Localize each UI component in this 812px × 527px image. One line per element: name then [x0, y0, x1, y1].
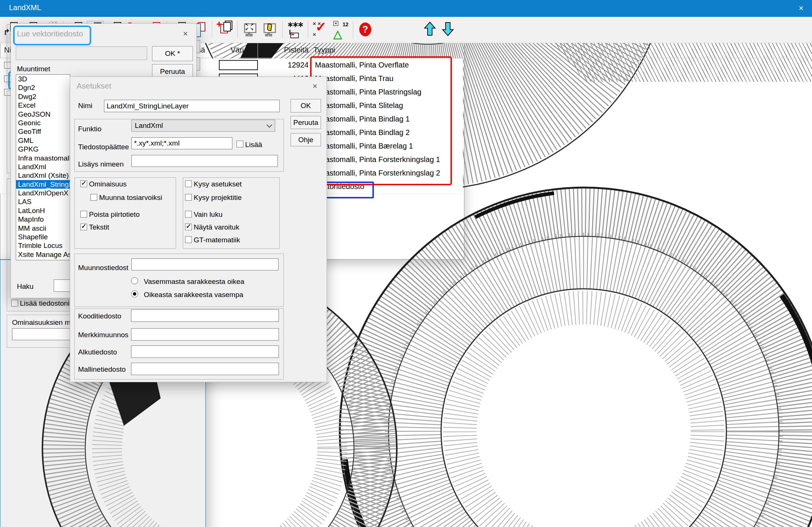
koodi-label: Kooditiedosto [78, 312, 121, 320]
malline-input[interactable] [131, 363, 279, 375]
alku-label: Alkutiedosto [78, 348, 117, 356]
funktio-value: LandXml [135, 122, 163, 130]
right-to-left-radio[interactable] [131, 290, 138, 297]
help-button[interactable]: Ohje [291, 133, 321, 146]
move-down-icon[interactable] [441, 21, 458, 38]
cell-type: Maastomalli, Pinta Plastringslag [315, 88, 421, 96]
converter-item[interactable]: Excel [16, 101, 70, 110]
column-header-vari[interactable]: Väri [230, 46, 244, 54]
help-icon[interactable]: ? [357, 21, 374, 38]
toolbar-separator [353, 21, 353, 38]
converter-item[interactable]: LandXmlOpenX [16, 189, 70, 197]
kysy-asetukset-checkbox[interactable] [185, 180, 192, 187]
show-elements-icon[interactable] [261, 21, 278, 38]
muunnos-input[interactable] [131, 258, 279, 270]
converter-item[interactable]: Dwg2 [16, 92, 70, 101]
alku-input[interactable] [131, 345, 279, 358]
column-header-tyyppi[interactable]: Tyyppi [313, 46, 335, 54]
tekstit-checkbox[interactable] [80, 224, 87, 230]
funktio-dropdown[interactable]: LandXml [131, 120, 275, 132]
cancel-button[interactable]: Peruuta [291, 116, 321, 129]
converter-item[interactable]: Dgn2 [16, 83, 70, 92]
converter-item[interactable]: LatLonH [16, 206, 70, 215]
settings-dialog: Asetukset × Nimi OK Peruuta Ohje Funktio… [70, 77, 327, 382]
poista-piirtotieto-checkbox[interactable] [80, 211, 87, 218]
converter-item[interactable]: LandXml [16, 162, 70, 171]
converter-item[interactable]: Xsite Manage Asl [16, 250, 70, 259]
converter-list[interactable]: 3DDgn2Dwg2ExcelGeoJSONGeonicGeoTiffGMLGP… [16, 74, 70, 260]
gt-matematiikka-checkbox-label: GT-matematiik [194, 236, 240, 244]
converter-item[interactable]: MM ascii [16, 224, 70, 233]
converter-item[interactable]: 3D [16, 75, 70, 83]
ominaisuus-checkbox[interactable] [80, 180, 87, 187]
extensions-input[interactable] [131, 137, 232, 149]
vain-luku-checkbox[interactable] [185, 211, 192, 218]
vain-luku-checkbox-label: Vain luku [194, 210, 223, 219]
cell-type: Maastomalli, Pinta Forsterkningslag 1 [315, 155, 440, 164]
name-input[interactable] [104, 100, 280, 112]
converter-item[interactable]: Geonic [16, 119, 70, 127]
lisays-label: Lisäys nimeen [78, 160, 124, 168]
kysy-asetukset-checkbox-label: Kysy asetukset [194, 180, 242, 188]
name-label: Nimi [78, 102, 92, 110]
muunna-tosiarvoiksi-checkbox[interactable] [90, 194, 97, 201]
column-header-pisteita[interactable]: Pisteitä [259, 46, 309, 54]
scatter-write-icon[interactable]: ∗∗∗↳ [287, 21, 303, 38]
title-bar[interactable]: LandXML × [0, 0, 812, 17]
merkki-input[interactable] [131, 328, 279, 341]
cell-type: Maastomalli, Pinta Bindlag 1 [315, 115, 410, 123]
malline-label: Mallinetiedosto [78, 365, 126, 374]
ok-button[interactable]: OK * [152, 46, 193, 61]
left-to-right-radio[interactable] [131, 277, 138, 284]
move-up-icon[interactable] [423, 21, 440, 38]
dialog-title: Lue vektoritiedosto [17, 29, 83, 38]
lisaa-checkbox[interactable] [237, 141, 243, 147]
converter-item[interactable]: GPKG [16, 145, 70, 153]
cell-points: 12924 [259, 61, 309, 69]
close-icon[interactable]: × [795, 3, 807, 14]
kysy-projektitiedot-checkbox-label: Kysy projektitie [194, 194, 242, 202]
triangle-count-icon[interactable]: ×△12 [332, 21, 348, 38]
extensions-label: Tiedostopäättee [78, 143, 130, 151]
converter-item[interactable]: Shapefile [16, 233, 70, 241]
converter-item[interactable]: LandXml (Xsite) [16, 171, 70, 180]
funktio-label: Funktio [78, 125, 101, 133]
koodi-input[interactable] [131, 309, 279, 322]
converter-item[interactable]: MapInfo [16, 215, 70, 224]
converter-item[interactable]: GML [16, 136, 70, 145]
application-screen: Lue vektoritiedosto × OK * Peruuta Muunt… [0, 0, 812, 527]
file-path-input[interactable] [16, 47, 147, 60]
close-icon[interactable]: × [180, 28, 191, 39]
close-icon[interactable]: × [309, 81, 321, 92]
nayta-varoitukset-checkbox-label: Näytä varoituk [194, 223, 239, 231]
toolbar-separator [237, 21, 238, 38]
converter-item[interactable]: GeoTiff [16, 127, 70, 136]
ok-button[interactable]: OK [291, 99, 321, 113]
lisaa-tiedostonimi-checkbox[interactable] [11, 300, 18, 306]
color-swatch[interactable] [219, 60, 258, 70]
dialog-title: LandXML [9, 3, 41, 12]
add-files-icon[interactable]: + [216, 21, 233, 38]
converter-item[interactable]: Trimble Locus [16, 241, 70, 250]
converter-item[interactable]: LAS [16, 197, 70, 206]
toolbar-separator [212, 21, 212, 38]
lisaa-label: Lisää [245, 141, 262, 149]
cell-type: Maastomalli, Pinta Bindlag 2 [315, 128, 410, 137]
merkki-label: Merkkimuunnos [78, 331, 128, 339]
validate-points-icon[interactable]: × ××✓ [312, 21, 329, 38]
kysy-projektitiedot-checkbox[interactable] [185, 194, 192, 201]
toolbar-separator [308, 21, 308, 38]
ominaisuus-checkbox-label: Ominaisuus [89, 180, 127, 188]
chevron-down-icon [267, 122, 273, 128]
tekstit-checkbox-label: Tekstit [89, 223, 109, 231]
lisays-input[interactable] [131, 155, 278, 167]
gt-matematiikka-checkbox[interactable] [185, 236, 192, 243]
converter-item[interactable]: GeoJSON [16, 110, 70, 119]
left-to-right-label: Vasemmasta sarakkeesta oikea [144, 278, 244, 286]
converter-item[interactable]: Infra maastomall [16, 154, 70, 162]
cell-type: Maastomalli, Pinta Bærelag 1 [315, 142, 413, 150]
right-to-left-label: Oikeasta sarakkeesta vasempa [144, 291, 243, 299]
fit-view-icon[interactable]: ↖↗↙↘ [242, 21, 258, 38]
converter-item[interactable]: LandXml_StringL [16, 180, 70, 189]
nayta-varoitukset-checkbox[interactable] [185, 224, 192, 230]
